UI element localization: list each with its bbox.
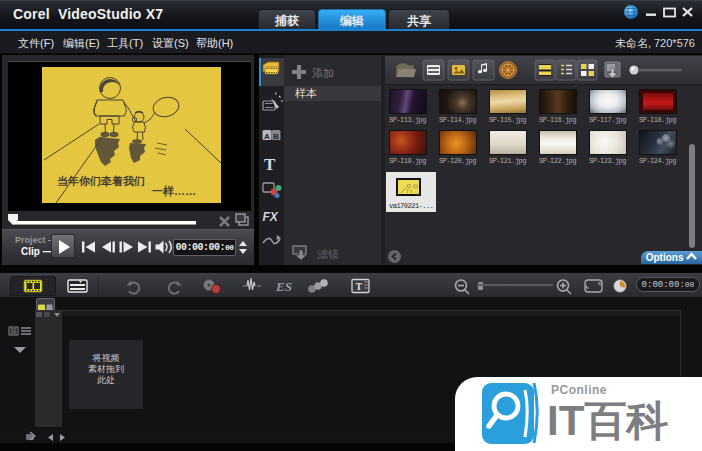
svg-text:ES: ES xyxy=(275,279,292,294)
svg-text:T: T xyxy=(264,155,276,174)
svg-text:一样……: 一样…… xyxy=(152,185,196,197)
svg-text:T: T xyxy=(356,281,363,292)
svg-text:FX: FX xyxy=(263,210,279,224)
svg-text:当年你们牵着我们: 当年你们牵着我们 xyxy=(57,175,145,187)
svg-text:A: A xyxy=(264,132,270,141)
svg-text:B: B xyxy=(273,132,279,141)
